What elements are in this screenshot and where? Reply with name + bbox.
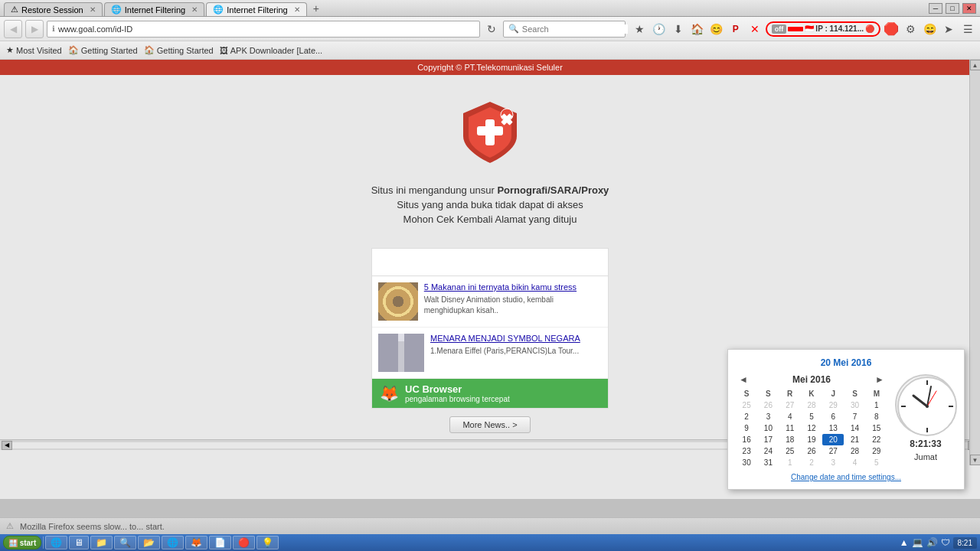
cal-cell[interactable]: 28 [844, 445, 865, 457]
tray-icon-1[interactable]: ▲ [900, 537, 909, 548]
cal-cell[interactable]: 30 [844, 399, 865, 411]
bookmark-star-icon[interactable]: ★ [632, 21, 648, 37]
cal-cell[interactable]: 3 [822, 457, 844, 468]
tray-icon-network[interactable]: 💻 [912, 537, 923, 548]
cal-cell[interactable]: 21 [844, 434, 865, 445]
news-link-1[interactable]: 5 Makanan ini ternyata bikin kamu stress [424, 282, 602, 292]
news-link-2[interactable]: MENARA MENJADI SYMBOL NEGARA [430, 334, 580, 343]
scroll-left-btn[interactable]: ◀ [2, 441, 12, 450]
cal-cell[interactable]: 27 [822, 445, 844, 457]
cal-cell[interactable]: 5 [866, 457, 887, 468]
tray-icon-volume[interactable]: 🔊 [926, 537, 938, 548]
cal-cell[interactable]: 24 [757, 445, 779, 457]
ip-badge[interactable]: off 🇮🇩 IP : 114.121... 🔴 [766, 21, 880, 37]
tray-icon-security[interactable]: 🛡 [941, 537, 950, 548]
cal-cell[interactable]: 23 [736, 445, 757, 457]
back-button[interactable]: ◀ [4, 20, 22, 38]
home-icon[interactable]: 🏠 [689, 21, 706, 37]
cal-cell[interactable]: 12 [801, 422, 822, 434]
cal-cell[interactable]: 1 [866, 399, 887, 411]
vertical-scrollbar[interactable]: ▲ ▼ [969, 60, 980, 465]
minimize-button[interactable]: ─ [929, 3, 942, 14]
cal-cell[interactable]: 15 [866, 422, 887, 434]
cal-cell[interactable]: 28 [801, 399, 822, 411]
taskbar-app-6[interactable]: 🌐 [162, 536, 184, 549]
taskbar-app-7[interactable]: 🦊 [185, 536, 207, 549]
taskbar-app-10[interactable]: 💡 [256, 536, 279, 549]
close-button[interactable]: ✕ [962, 3, 976, 14]
cal-cell[interactable]: 9 [736, 422, 757, 434]
search-input[interactable] [522, 24, 628, 34]
cal-cell[interactable]: 31 [757, 457, 779, 468]
bookmark-getting-started-2[interactable]: 🏠 Getting Started [144, 45, 214, 55]
cal-cell[interactable]: 20 [822, 434, 844, 445]
cal-cell[interactable]: 26 [801, 445, 822, 457]
cal-cell[interactable]: 29 [866, 445, 887, 457]
cal-cell[interactable]: 19 [801, 434, 822, 445]
tab-restore-session[interactable]: ⚠ Restore Session ✕ [4, 2, 103, 16]
cal-cell[interactable]: 2 [736, 411, 757, 422]
emoji-icon[interactable]: 😊 [708, 21, 725, 37]
cal-cell[interactable]: 10 [757, 422, 779, 434]
cal-cell[interactable]: 3 [757, 411, 779, 422]
cal-cell[interactable]: 6 [822, 411, 844, 422]
more-news-button[interactable]: More News.. > [449, 416, 530, 433]
refresh-button[interactable]: ↻ [483, 21, 500, 37]
tab-close-btn[interactable]: ✕ [191, 5, 198, 14]
start-button[interactable]: 🪟 start [3, 536, 41, 549]
forward-button[interactable]: ▶ [25, 20, 44, 38]
menu-icon[interactable]: ☰ [959, 21, 976, 37]
cal-cell[interactable]: 1 [779, 457, 801, 468]
cal-cell[interactable]: 17 [757, 434, 779, 445]
taskbar-app-1[interactable]: 🌐 [45, 536, 67, 549]
taskbar-app-9[interactable]: 🔴 [233, 536, 255, 549]
cal-cell[interactable]: 26 [757, 399, 779, 411]
cal-cell[interactable]: 16 [736, 434, 757, 445]
maximize-button[interactable]: □ [946, 3, 959, 14]
cal-cell[interactable]: 5 [801, 411, 822, 422]
cal-cell[interactable]: 4 [779, 411, 801, 422]
taskbar-app-4[interactable]: 🔍 [114, 536, 136, 549]
taskbar-clock[interactable]: 8:21 [953, 537, 977, 549]
cal-cell[interactable]: 8 [866, 411, 887, 422]
next-month-button[interactable]: ► [872, 374, 887, 385]
stop-icon[interactable]: 🛑 [883, 21, 900, 37]
cal-cell[interactable]: 25 [779, 445, 801, 457]
taskbar-app-8[interactable]: 📄 [209, 536, 231, 549]
tab-internet-filtering-2[interactable]: 🌐 Internet Filtering ✕ [206, 2, 306, 16]
change-datetime-link[interactable]: Change date and time settings... [736, 473, 956, 481]
taskbar-app-2[interactable]: 🖥 [69, 536, 89, 549]
p-icon[interactable]: P [727, 21, 744, 37]
cal-cell[interactable]: 27 [779, 399, 801, 411]
settings-icon[interactable]: ⚙ [902, 21, 919, 37]
tab-internet-filtering-1[interactable]: 🌐 Internet Filtering ✕ [104, 2, 204, 16]
taskbar-app-5[interactable]: 📂 [138, 536, 160, 549]
close-red-icon[interactable]: ✕ [746, 21, 763, 37]
cal-cell[interactable]: 25 [736, 399, 757, 411]
cal-cell[interactable]: 29 [822, 399, 844, 411]
cal-cell[interactable]: 4 [844, 457, 865, 468]
news-search-input[interactable] [372, 249, 608, 276]
tab-close-btn[interactable]: ✕ [90, 5, 96, 14]
cal-cell[interactable]: 2 [801, 457, 822, 468]
history-icon[interactable]: 🕐 [651, 21, 668, 37]
uc-browser-banner[interactable]: 🦊 UC Browser pengalaman browsing tercepa… [372, 379, 608, 408]
arrow-icon[interactable]: ➤ [940, 21, 957, 37]
cal-cell[interactable]: 13 [822, 422, 844, 434]
cal-cell[interactable]: 30 [736, 457, 757, 468]
bookmark-getting-started-1[interactable]: 🏠 Getting Started [68, 45, 138, 55]
cal-cell[interactable]: 11 [779, 422, 801, 434]
cal-cell[interactable]: 18 [779, 434, 801, 445]
cal-cell[interactable]: 14 [844, 422, 865, 434]
tab-close-btn[interactable]: ✕ [294, 5, 300, 14]
url-input[interactable] [58, 24, 475, 34]
taskbar-app-3[interactable]: 📁 [90, 536, 113, 549]
new-tab-button[interactable]: + [309, 1, 324, 16]
prev-month-button[interactable]: ◄ [736, 374, 751, 385]
cal-cell[interactable]: 7 [844, 411, 865, 422]
download-icon[interactable]: ⬇ [670, 21, 687, 37]
scroll-up-btn[interactable]: ▲ [970, 60, 981, 70]
cal-cell[interactable]: 22 [866, 434, 887, 445]
face-icon[interactable]: 😄 [921, 21, 938, 37]
scroll-down-btn[interactable]: ▼ [970, 455, 981, 465]
